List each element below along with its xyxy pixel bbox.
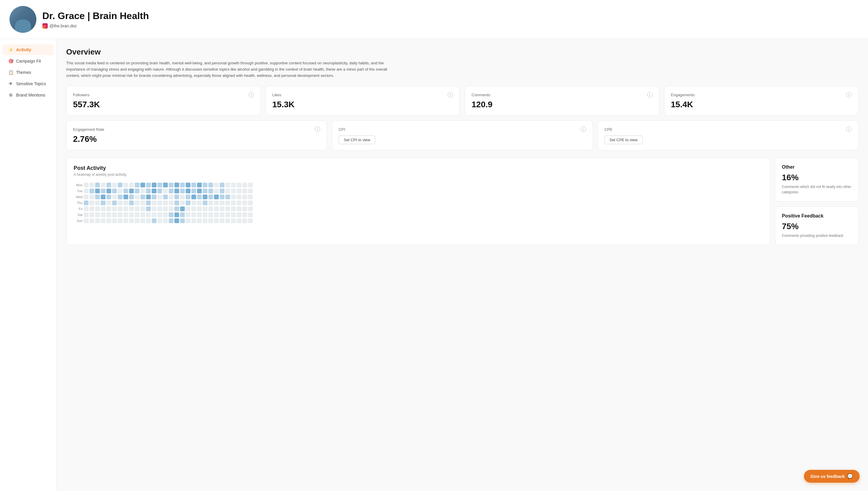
heatmap-cell <box>231 219 236 223</box>
comments-info-icon[interactable]: i <box>647 92 652 97</box>
heatmap-cell <box>220 189 224 193</box>
heatmap-cell <box>180 201 185 205</box>
heatmap-cell <box>203 183 207 187</box>
sidebar-item-activity[interactable]: ⚡ Activity <box>2 45 54 55</box>
positive-feedback-percentage: 75% <box>782 222 851 231</box>
heatmap-day-label: Sat <box>74 213 83 216</box>
heatmap-cell <box>169 206 173 211</box>
heatmap-cell <box>248 206 253 211</box>
campaign-fit-icon: 🎯 <box>8 59 13 63</box>
content-area: Overview This social media feed is cente… <box>57 39 868 491</box>
heatmap-cell <box>146 206 151 211</box>
heatmap-cell <box>248 201 253 205</box>
heatmap-cell <box>95 206 100 211</box>
comments-value: 120.9 <box>472 100 652 109</box>
engagements-value: 15.4K <box>671 100 852 109</box>
heatmap-cell <box>112 212 117 217</box>
heatmap-cell <box>152 219 157 223</box>
heatmap-cell <box>129 189 134 193</box>
heatmap-cell <box>95 183 100 187</box>
heatmap-cell <box>191 219 196 223</box>
other-card: Other 16% Comments which did not fit nea… <box>775 157 859 202</box>
cpe-info-icon[interactable]: i <box>846 126 851 132</box>
heatmap-cell <box>106 219 111 223</box>
heatmap-cell <box>135 212 140 217</box>
engagement-rate-info-icon[interactable]: i <box>315 126 320 132</box>
heatmap-cell <box>123 183 128 187</box>
followers-info-icon[interactable]: i <box>249 92 254 97</box>
heatmap-cell <box>214 201 219 205</box>
heatmap-cell <box>203 195 207 199</box>
heatmap-cell <box>152 189 157 193</box>
set-cpi-button[interactable]: Set CPI to view <box>339 136 375 144</box>
heatmap-cell <box>225 212 230 217</box>
heatmap-cell <box>231 183 236 187</box>
heatmap-cell <box>214 195 219 199</box>
heatmap-cell <box>197 212 202 217</box>
page-title: Dr. Grace | Brain Health <box>42 10 149 22</box>
set-cpe-button[interactable]: Set CPE to view <box>605 136 643 144</box>
heatmap-cell <box>84 189 88 193</box>
heatmap-cell <box>135 219 140 223</box>
heatmap-cell <box>174 201 179 205</box>
heatmap-cell <box>135 189 140 193</box>
heatmap-cells <box>84 201 253 205</box>
followers-value: 557.3K <box>73 100 254 109</box>
heatmap-cell <box>135 206 140 211</box>
sidebar-item-themes[interactable]: 📋 Themes <box>2 67 54 78</box>
heatmap-cell <box>242 189 247 193</box>
heatmap-cell <box>225 189 230 193</box>
heatmap-cell <box>89 212 94 217</box>
overview-title: Overview <box>66 47 859 57</box>
positive-feedback-title: Positive Feedback <box>782 213 851 219</box>
heatmap-cell <box>197 219 202 223</box>
heatmap-cell <box>242 212 247 217</box>
heatmap-cell <box>214 219 219 223</box>
heatmap-cell <box>118 206 122 211</box>
engagement-rate-label: Engagement Rate <box>73 127 104 132</box>
heatmap-cell <box>186 195 191 199</box>
cpi-info-icon[interactable]: i <box>581 126 586 132</box>
heatmap-cell <box>203 219 207 223</box>
sidebar-item-brand-mentions[interactable]: ⚙ Brand Mentions <box>2 90 54 100</box>
heatmap-cell <box>158 212 162 217</box>
heatmap-cell <box>231 206 236 211</box>
comments-label: Comments <box>472 93 490 97</box>
heatmap-cell <box>129 212 134 217</box>
heatmap-cell <box>118 212 122 217</box>
avatar <box>9 6 36 33</box>
likes-label: Likes <box>273 93 281 97</box>
heatmap-cell <box>225 219 230 223</box>
heatmap-cell <box>174 219 179 223</box>
heatmap-cell <box>208 201 213 205</box>
stat-followers: Followers i 557.3K <box>66 86 261 116</box>
heatmap-day-label: Mon <box>74 183 83 187</box>
heatmap-cell <box>191 195 196 199</box>
heatmap-cell <box>208 189 213 193</box>
heatmap-cell <box>225 206 230 211</box>
other-percentage: 16% <box>782 173 851 182</box>
feedback-button[interactable]: Give us feedback 💬 <box>804 470 860 483</box>
instagram-link[interactable]: ▱ @the.bran.doc <box>42 23 149 29</box>
heatmap-row: Sat <box>74 212 763 217</box>
sidebar-item-campaign-fit[interactable]: 🎯 Campaign Fit <box>2 56 54 66</box>
sidebar-item-sensitive-topics[interactable]: 👁 Sensitive Topics <box>2 78 54 89</box>
heatmap-cell <box>163 201 168 205</box>
activity-icon: ⚡ <box>8 47 13 52</box>
positive-feedback-card: Positive Feedback 75% Comments providing… <box>775 206 859 245</box>
likes-info-icon[interactable]: i <box>448 92 453 97</box>
heatmap-cell <box>112 183 117 187</box>
heatmap-cell <box>169 201 173 205</box>
post-activity-title: Post Activity <box>74 165 763 171</box>
heatmap-cell <box>231 195 236 199</box>
overview-description: This social media feed is centered on pr… <box>66 60 394 79</box>
heatmap-cell <box>84 219 88 223</box>
heatmap-cell <box>158 219 162 223</box>
heatmap-cell <box>248 212 253 217</box>
heatmap-cell <box>225 183 230 187</box>
heatmap-cell <box>191 189 196 193</box>
heatmap-cell <box>237 212 242 217</box>
engagements-info-icon[interactable]: i <box>846 92 851 97</box>
heatmap-cell <box>214 183 219 187</box>
heatmap-cell <box>180 206 185 211</box>
